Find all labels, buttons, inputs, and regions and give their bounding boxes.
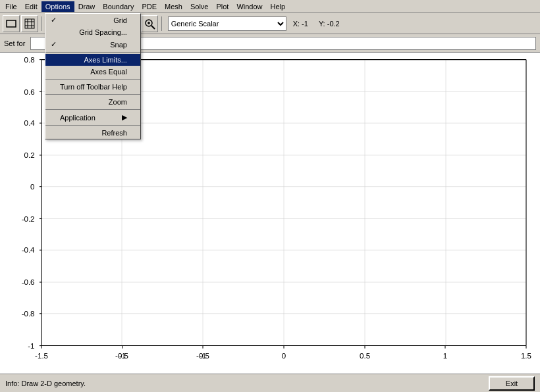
- menu-file[interactable]: File: [1, 1, 21, 12]
- svg-text:-0.2: -0.2: [22, 214, 35, 223]
- info-label: Info:: [5, 380, 19, 387]
- refresh-check: [51, 129, 60, 137]
- application-submenu-arrow: ▶: [122, 113, 127, 122]
- menu-edit[interactable]: Edit: [21, 1, 41, 12]
- menu-solve[interactable]: Solve: [186, 1, 213, 12]
- grid-spacing-check: [51, 28, 60, 36]
- menu-help[interactable]: Help: [267, 1, 290, 12]
- svg-text:-0.4: -0.4: [22, 245, 35, 254]
- scalar-type-dropdown[interactable]: Generic Scalar Generic System: [168, 16, 286, 31]
- menu-item-refresh[interactable]: Refresh: [45, 127, 140, 139]
- menu-options[interactable]: Options: [41, 1, 74, 12]
- coord-x: X: -1: [293, 20, 308, 28]
- options-dropdown-menu: ✓ Grid Grid Spacing... ✓ Snap Axes Limit…: [45, 13, 141, 139]
- svg-text:0.4: 0.4: [24, 118, 35, 127]
- toolbar-btn-grid[interactable]: [21, 15, 38, 32]
- toolbar-help-check: [51, 83, 60, 91]
- svg-text:0: 0: [30, 182, 34, 191]
- svg-text:-1: -1: [28, 341, 34, 350]
- menu-item-axes-equal[interactable]: Axes Equal: [45, 66, 140, 78]
- coord-y: Y: -0.2: [319, 20, 340, 28]
- menu-item-grid[interactable]: ✓ Grid: [45, 14, 140, 26]
- svg-rect-0: [7, 20, 16, 27]
- menu-sep-1: [45, 52, 140, 53]
- menu-draw[interactable]: Draw: [74, 1, 99, 12]
- zoom-check: [51, 98, 60, 106]
- menu-pde[interactable]: PDE: [138, 1, 161, 12]
- svg-line-13: [151, 26, 155, 29]
- menu-item-snap[interactable]: ✓ Snap: [45, 38, 140, 51]
- svg-rect-5: [25, 19, 34, 28]
- svg-text:-0.5: -0.5: [196, 351, 209, 360]
- axes-limits-check: [51, 56, 60, 64]
- info-message: Draw 2-D geometry.: [21, 380, 86, 387]
- svg-text:1.5: 1.5: [521, 351, 531, 360]
- menu-plot[interactable]: Plot: [212, 1, 232, 12]
- menu-item-zoom[interactable]: Zoom: [45, 96, 140, 108]
- scalar-dropdown-container: Generic Scalar Generic System: [168, 16, 286, 31]
- svg-text:-0.6: -0.6: [22, 278, 35, 286]
- toolbar-btn-zoom[interactable]: [141, 15, 158, 32]
- menu-sep-3: [45, 94, 140, 95]
- coord-display: X: -1 Y: -0.2: [293, 20, 340, 28]
- svg-text:0.2: 0.2: [24, 151, 34, 159]
- menu-sep-2: [45, 79, 140, 80]
- toolbar-sep2: [161, 16, 162, 31]
- toolbar-sep1: [41, 16, 42, 31]
- snap-checkmark: ✓: [51, 40, 60, 49]
- svg-text:-1: -1: [119, 351, 126, 360]
- status-text: Info: Draw 2-D geometry.: [5, 380, 86, 387]
- svg-text:-0.8: -0.8: [22, 309, 35, 318]
- menu-item-axes-limits[interactable]: Axes Limits...: [45, 54, 140, 66]
- axes-equal-check: [51, 68, 60, 76]
- svg-text:-1.5: -1.5: [35, 351, 48, 360]
- toolbar-btn-rect1[interactable]: [3, 15, 20, 32]
- menu-sep-4: [45, 109, 140, 110]
- svg-text:0.8: 0.8: [24, 55, 34, 64]
- formula-bar-label: Set for: [4, 39, 25, 47]
- menu-item-application[interactable]: Application ▶: [45, 111, 140, 124]
- exit-button[interactable]: Exit: [489, 376, 535, 391]
- svg-text:0: 0: [282, 351, 286, 360]
- menubar: File Edit Options Draw Boundary PDE Mesh…: [0, 0, 540, 13]
- menu-window[interactable]: Window: [232, 1, 266, 12]
- menu-mesh[interactable]: Mesh: [161, 1, 186, 12]
- menu-sep-5: [45, 125, 140, 126]
- menu-boundary[interactable]: Boundary: [99, 1, 138, 12]
- statusbar: Info: Draw 2-D geometry. Exit: [0, 374, 540, 392]
- svg-text:1: 1: [443, 351, 447, 360]
- menu-item-grid-spacing[interactable]: Grid Spacing...: [45, 26, 140, 38]
- svg-text:0.6: 0.6: [24, 87, 34, 96]
- application-check: [51, 114, 60, 122]
- svg-text:0.5: 0.5: [360, 351, 370, 360]
- grid-checkmark: ✓: [51, 16, 60, 24]
- menu-item-toolbar-help[interactable]: Turn off Toolbar Help: [45, 81, 140, 93]
